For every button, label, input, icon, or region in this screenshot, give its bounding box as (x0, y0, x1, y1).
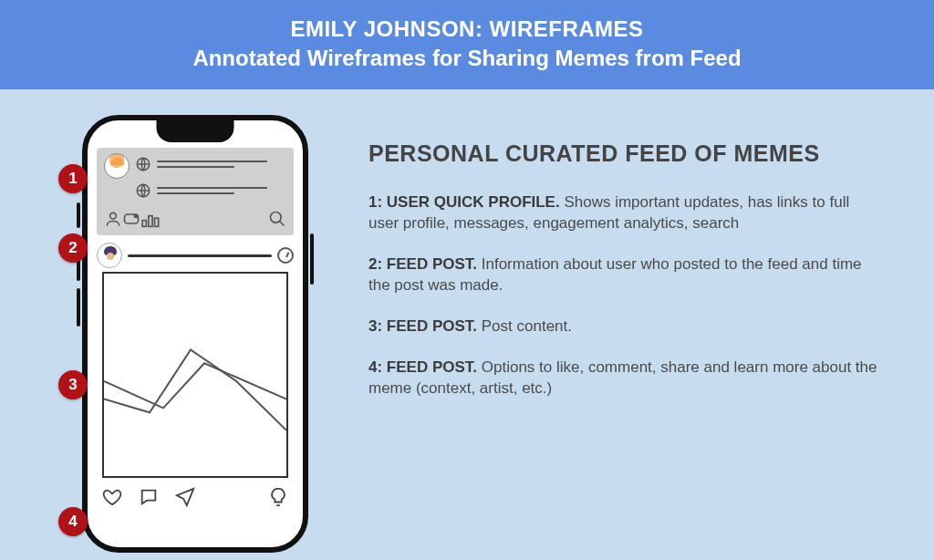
annotation-badge-4: 4 (58, 507, 88, 536)
search-icon (268, 210, 286, 232)
header-subtitle: Annotated Wireframes for Sharing Memes f… (0, 46, 934, 71)
feed-post-header (97, 243, 294, 268)
annotations-column: PERSONAL CURATED FEED OF MEMES 1: USER Q… (328, 115, 898, 553)
annotation-badge-1: 1 (58, 164, 88, 193)
svg-rect-7 (155, 218, 159, 226)
user-quick-profile (97, 148, 294, 235)
share-icon (175, 487, 195, 511)
phone-side-button (77, 288, 80, 327)
svg-rect-5 (142, 221, 146, 227)
page-header: EMILY JOHNSON: WIREFRAMES Annotated Wire… (0, 0, 934, 89)
annotation-3: 3: FEED POST. Post content. (368, 316, 879, 337)
message-icon (122, 210, 140, 232)
globe-icon (135, 156, 151, 176)
content-area: 1 2 3 4 PERSONAL CURATED FEED OF MEMES 1… (0, 89, 934, 553)
annotation-badge-2: 2 (58, 233, 88, 263)
phone-side-button (77, 202, 80, 228)
svg-point-4 (134, 214, 137, 217)
svg-point-2 (110, 213, 117, 219)
poster-avatar (97, 243, 122, 268)
user-avatar (104, 153, 130, 179)
phone-side-button (310, 233, 314, 285)
section-title: PERSONAL CURATED FEED OF MEMES (368, 140, 898, 167)
comment-icon (139, 487, 159, 511)
info-icon (268, 487, 288, 511)
annotation-badge-3: 3 (58, 370, 88, 399)
profile-icon (104, 210, 122, 232)
svg-point-8 (271, 213, 282, 223)
header-title: EMILY JOHNSON: WIREFRAMES (0, 16, 934, 42)
analytics-icon (140, 210, 164, 232)
like-icon (102, 487, 122, 511)
globe-icon (135, 182, 151, 202)
phone-frame (82, 115, 308, 553)
feed-post-actions (102, 487, 288, 511)
annotation-2: 2: FEED POST. Information about user who… (368, 254, 879, 296)
feed-post-content (102, 272, 288, 478)
phone-notch (157, 120, 234, 142)
svg-rect-6 (149, 216, 152, 227)
phone-column: 1 2 3 4 (55, 115, 328, 553)
poster-name-line (128, 254, 272, 257)
annotation-4: 4: FEED POST. Options to like, comment, … (368, 358, 879, 399)
annotation-1: 1: USER QUICK PROFILE. Shows important u… (368, 192, 879, 234)
clock-icon (277, 247, 294, 264)
